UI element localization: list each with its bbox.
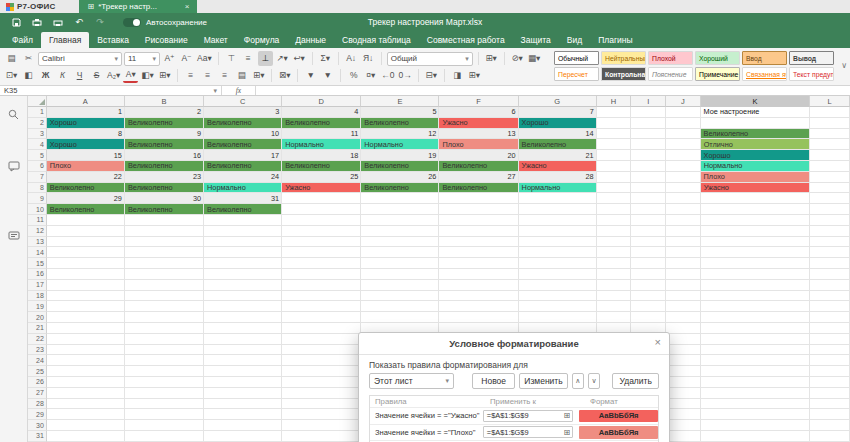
cell-B14[interactable] [125,247,204,258]
move-rule-up-button[interactable]: ∧ [572,373,584,389]
cell-G3[interactable]: 14 [519,129,597,140]
cell-L26[interactable] [810,377,850,388]
row-header-16[interactable]: 16 [28,269,47,280]
ribbon-tab-Совместная работа[interactable]: Совместная работа [419,32,513,48]
cell-B19[interactable] [125,301,204,312]
chat-icon[interactable] [0,224,28,248]
cell-F13[interactable] [439,237,518,248]
row-header-12[interactable]: 12 [28,226,47,237]
cell-C23[interactable] [204,345,282,356]
cell-L21[interactable] [810,323,850,334]
cell-A15[interactable] [47,258,125,269]
cell-E16[interactable] [361,269,439,280]
ribbon-tab-Сводная таблица[interactable]: Сводная таблица [334,32,419,48]
cell-D30[interactable] [282,420,361,431]
cell-K3[interactable]: Великолепно [701,129,811,140]
cell-K14[interactable] [701,247,811,258]
cell-C22[interactable] [204,334,282,345]
cell-G10[interactable] [519,204,597,215]
search-icon[interactable] [0,102,28,126]
cell-J18[interactable] [666,291,701,302]
cell-L28[interactable] [810,399,850,410]
number-format-select[interactable]: Общий▾ [387,52,473,66]
cell-J17[interactable] [666,280,701,291]
cell-A8[interactable]: Великолепно [47,183,125,194]
cell-D26[interactable] [282,377,361,388]
cell-E15[interactable] [361,258,439,269]
row-header-14[interactable]: 14 [28,247,47,258]
clear-filter-icon[interactable]: ▼ [320,68,335,83]
cell-A7[interactable]: 22 [47,172,125,183]
cell-B7[interactable]: 23 [125,172,204,183]
named-ranges-icon[interactable]: ⊞▾ [467,68,482,83]
cell-C27[interactable] [204,388,282,399]
cell-G12[interactable] [519,226,597,237]
font-color-icon[interactable]: A▾ [123,68,138,83]
cell-H19[interactable] [597,301,632,312]
cell-L11[interactable] [810,215,850,226]
cell-B15[interactable] [125,258,204,269]
strikethrough-icon[interactable]: S [89,68,104,83]
ribbon-tab-Вставка[interactable]: Вставка [89,32,137,48]
delete-style-icon[interactable]: ⊠▾ [277,68,292,83]
cell-K5[interactable]: Хорошо [701,150,811,161]
cell-K7[interactable]: Плохо [701,172,811,183]
row-header-11[interactable]: 11 [28,215,47,226]
ribbon-tab-Макет[interactable]: Макет [196,32,236,48]
cell-C29[interactable] [204,409,282,420]
paste-icon[interactable]: ▤ [4,51,19,66]
cell-I9[interactable] [631,193,666,204]
row-header-26[interactable]: 26 [28,377,47,388]
format-painter-icon[interactable]: ◧ [21,68,36,83]
valign-top-icon[interactable]: ⊤ [224,51,239,66]
cell-A6[interactable]: Плохо [47,161,125,172]
cell-B23[interactable] [125,345,204,356]
cell-L1[interactable] [810,107,850,118]
column-header-A[interactable]: A [47,96,125,107]
cell-H20[interactable] [597,312,632,323]
column-header-E[interactable]: E [361,96,439,107]
cell-J14[interactable] [666,247,701,258]
cell-H4[interactable] [597,139,632,150]
cell-D22[interactable] [282,334,361,345]
cell-F17[interactable] [439,280,518,291]
cell-G15[interactable] [519,258,597,269]
ribbon-tab-Рисование[interactable]: Рисование [137,32,196,48]
cell-K31[interactable] [701,431,811,442]
font-decrease-icon[interactable]: A⁻ [179,51,194,66]
justify-icon[interactable]: ▤ [234,68,249,83]
cell-B6[interactable]: Великолепно [125,161,204,172]
cell-J8[interactable] [666,183,701,194]
cell-D18[interactable] [282,291,361,302]
row-header-23[interactable]: 23 [28,345,47,356]
rule-row[interactable]: Значение ячейки = ="Плохо"=$A$1:$G$9⊞AaB… [370,424,658,441]
row-header-21[interactable]: 21 [28,323,47,334]
cell-J13[interactable] [666,237,701,248]
cell-K26[interactable] [701,377,811,388]
cell-F12[interactable] [439,226,518,237]
formula-input[interactable] [256,86,850,95]
cell-L6[interactable] [810,161,850,172]
wrap-text-icon[interactable]: ↩▾ [292,51,307,66]
cell-D8[interactable]: Ужасно [282,183,361,194]
cell-K13[interactable] [701,237,811,248]
cell-style-Нейтральный[interactable]: Нейтральный [601,51,646,65]
cell-A25[interactable] [47,366,125,377]
ribbon-tab-Главная[interactable]: Главная [41,32,89,48]
cell-G5[interactable]: 21 [519,150,597,161]
cell-G20[interactable] [519,312,597,323]
cell-G19[interactable] [519,301,597,312]
borders-icon[interactable]: ⊞▾ [157,68,172,83]
row-header-31[interactable]: 31 [28,431,47,442]
align-left-icon[interactable]: ≡ [183,68,198,83]
cell-L20[interactable] [810,312,850,323]
cell-I7[interactable] [631,172,666,183]
cell-C3[interactable]: 10 [204,129,282,140]
select-all-button[interactable] [28,96,47,107]
cell-K27[interactable] [701,388,811,399]
merge-cells-icon[interactable]: ⊞▾ [251,68,266,83]
cut-icon[interactable]: ✂ [21,51,36,66]
cell-A9[interactable]: 29 [47,193,125,204]
cell-L13[interactable] [810,237,850,248]
cell-J2[interactable] [666,118,701,129]
